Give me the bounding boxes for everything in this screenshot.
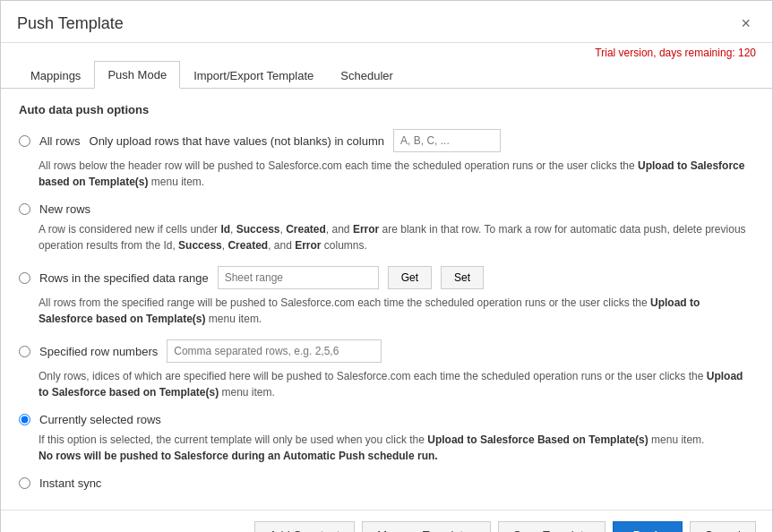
desc-currently-selected: If this option is selected, the current … <box>19 432 754 464</box>
manage-templates-button[interactable]: Manage Templates <box>362 521 491 532</box>
tab-mappings[interactable]: Mappings <box>17 61 94 89</box>
tab-push-mode[interactable]: Push Mode <box>94 61 180 89</box>
label-all-rows: All rows <box>39 134 81 148</box>
content-area: Auto data push options All rows Only upl… <box>1 89 772 510</box>
desc-specified: Only rows, idices of which are specified… <box>19 368 754 400</box>
label-specified-rows: Specified row numbers <box>39 345 158 358</box>
label-instant-sync: Instant sync <box>39 476 101 490</box>
get-button[interactable]: Get <box>388 266 432 289</box>
radio-all-rows[interactable] <box>19 135 30 147</box>
label-range-rows: Rows in the specified data range <box>39 271 209 285</box>
tab-scheduler[interactable]: Scheduler <box>327 61 407 89</box>
push-button[interactable]: Push <box>613 521 683 532</box>
row-numbers-input[interactable] <box>167 339 382 363</box>
option-block-instant-sync: Instant sync <box>19 476 754 490</box>
desc-new-rows: A row is considered new if cells under I… <box>19 221 754 253</box>
option-row-currently-selected: Currently selected rows <box>19 413 754 426</box>
dialog-footer: Add Constant Manage Templates Save Templ… <box>1 510 772 532</box>
add-constant-button[interactable]: Add Constant <box>254 521 356 532</box>
cancel-button[interactable]: Cancel <box>690 521 756 532</box>
option-row-new-rows: New rows <box>19 202 754 216</box>
dialog-title: Push Template <box>17 14 124 33</box>
scroll-content: Auto data push options All rows Only upl… <box>1 89 772 510</box>
tab-import-export[interactable]: Import/Export Template <box>180 61 327 89</box>
dialog-header: Push Template × <box>1 1 772 43</box>
label-only-upload: Only upload rows that have values (not b… <box>90 134 385 148</box>
radio-currently-selected[interactable] <box>19 414 30 425</box>
radio-new-rows[interactable] <box>19 203 30 215</box>
option-block-new-rows: New rows A row is considered new if cell… <box>19 202 754 253</box>
close-button[interactable]: × <box>735 13 756 33</box>
set-button[interactable]: Set <box>441 266 484 289</box>
option-block-specified: Specified row numbers Only rows, idices … <box>19 339 754 400</box>
desc-range: All rows from the specified range will b… <box>19 295 754 327</box>
column-input[interactable] <box>393 129 501 152</box>
tab-bar: Mappings Push Mode Import/Export Templat… <box>1 61 772 89</box>
option-row-range: Rows in the specified data range Get Set <box>19 266 754 289</box>
option-row-instant-sync: Instant sync <box>19 476 754 490</box>
radio-range-rows[interactable] <box>19 272 30 284</box>
trial-notice: Trial version, days remaining: 120 <box>1 43 772 61</box>
option-block-all-rows: All rows Only upload rows that have valu… <box>19 129 754 190</box>
push-template-dialog: Push Template × Trial version, days rema… <box>0 0 773 532</box>
radio-instant-sync[interactable] <box>19 477 30 489</box>
option-block-currently-selected: Currently selected rows If this option i… <box>19 413 754 464</box>
option-block-range: Rows in the specified data range Get Set… <box>19 266 754 327</box>
save-template-button[interactable]: Save Template <box>498 521 606 532</box>
label-new-rows: New rows <box>39 202 90 216</box>
radio-specified-rows[interactable] <box>19 346 30 357</box>
option-row-specified: Specified row numbers <box>19 339 754 363</box>
range-input[interactable] <box>218 266 379 289</box>
desc-all-rows: All rows below the header row will be pu… <box>19 158 754 190</box>
section-title: Auto data push options <box>19 103 754 116</box>
option-row-all-rows: All rows Only upload rows that have valu… <box>19 129 754 152</box>
label-currently-selected: Currently selected rows <box>39 413 161 426</box>
